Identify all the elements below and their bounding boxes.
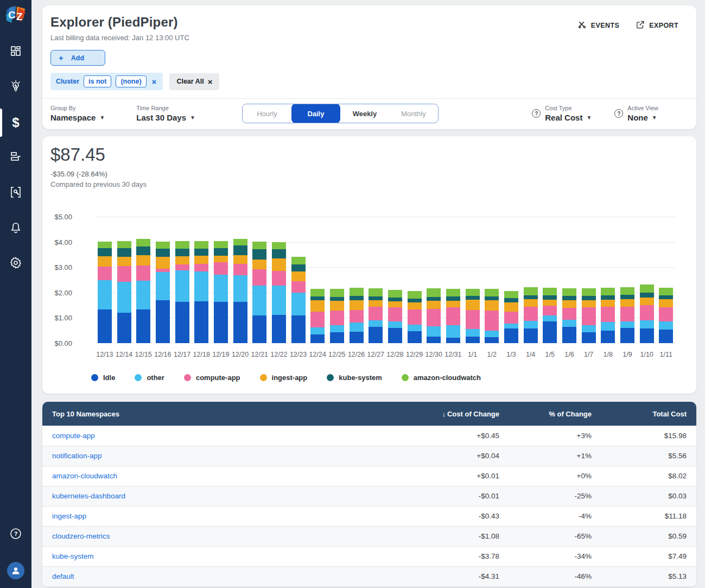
bar-segment-ingest-app[interactable]: [117, 257, 131, 267]
bar-segment-other[interactable]: [252, 286, 266, 316]
bar-segment-other[interactable]: [136, 281, 150, 309]
bar-segment-other[interactable]: [582, 325, 596, 333]
bar-segment-compute-app[interactable]: [117, 266, 131, 281]
bar-segment-compute-app[interactable]: [659, 307, 673, 321]
bar-segment-kube-system[interactable]: [562, 296, 576, 300]
namespace-link[interactable]: ingest-app: [52, 512, 86, 520]
stacked-bar-12-28[interactable]: [388, 290, 402, 343]
bar-segment-amazon-cloudwatch[interactable]: [252, 242, 266, 249]
bar-segment-compute-app[interactable]: [388, 307, 402, 321]
legend-item-compute-app[interactable]: compute-app: [184, 374, 240, 382]
time-range-dropdown[interactable]: Last 30 Days ▼: [136, 113, 195, 122]
bar-segment-other[interactable]: [117, 282, 131, 313]
bar-segment-compute-app[interactable]: [408, 309, 422, 325]
help-question-icon[interactable]: ?: [614, 109, 623, 118]
bar-segment-Idle[interactable]: [562, 327, 576, 343]
bar-segment-compute-app[interactable]: [524, 307, 538, 321]
bar-segment-Idle[interactable]: [369, 327, 383, 343]
bar-segment-compute-app[interactable]: [136, 265, 150, 281]
bar-segment-ingest-app[interactable]: [543, 300, 557, 306]
bar-segment-Idle[interactable]: [214, 302, 228, 343]
stacked-bar-12-23[interactable]: [291, 257, 306, 343]
filter-value[interactable]: (none): [116, 75, 146, 87]
bar-segment-ingest-app[interactable]: [446, 301, 460, 308]
bar-segment-other[interactable]: [291, 293, 306, 315]
bar-segment-amazon-cloudwatch[interactable]: [272, 242, 286, 249]
stacked-bar-12-29[interactable]: [408, 291, 422, 343]
bar-segment-Idle[interactable]: [310, 334, 325, 343]
bar-segment-ingest-app[interactable]: [310, 300, 325, 312]
bar-segment-ingest-app[interactable]: [98, 256, 112, 267]
bar-segment-Idle[interactable]: [98, 309, 112, 343]
bar-segment-amazon-cloudwatch[interactable]: [388, 290, 402, 298]
bar-segment-other[interactable]: [601, 322, 615, 330]
bar-segment-amazon-cloudwatch[interactable]: [485, 289, 499, 296]
stacked-bar-12-31[interactable]: [446, 289, 460, 343]
bar-segment-compute-app[interactable]: [252, 269, 266, 285]
bar-segment-Idle[interactable]: [175, 302, 189, 343]
namespace-link[interactable]: cloudzero-metrics: [52, 532, 110, 540]
bar-segment-compute-app[interactable]: [543, 306, 557, 315]
column-header-cost-of-change[interactable]: ↓Cost of Change: [371, 402, 509, 426]
stacked-bar-12-16[interactable]: [156, 242, 170, 343]
namespace-link[interactable]: notification-app: [52, 452, 102, 460]
bar-segment-amazon-cloudwatch[interactable]: [214, 241, 228, 248]
bar-segment-compute-app[interactable]: [291, 281, 306, 293]
bar-segment-other[interactable]: [310, 327, 325, 335]
stacked-bar-12-30[interactable]: [427, 288, 441, 343]
bar-segment-ingest-app[interactable]: [659, 299, 673, 307]
bar-segment-other[interactable]: [659, 321, 673, 329]
bar-segment-kube-system[interactable]: [408, 299, 422, 303]
bar-segment-amazon-cloudwatch[interactable]: [562, 288, 576, 296]
stacked-bar-12-21[interactable]: [252, 242, 266, 343]
bar-segment-Idle[interactable]: [252, 315, 266, 343]
bar-segment-ingest-app[interactable]: [524, 299, 538, 307]
bar-segment-amazon-cloudwatch[interactable]: [620, 287, 634, 295]
bar-segment-Idle[interactable]: [330, 332, 344, 343]
granularity-tab-monthly[interactable]: Monthly: [389, 104, 438, 123]
bar-segment-compute-app[interactable]: [504, 312, 518, 324]
bar-segment-amazon-cloudwatch[interactable]: [640, 284, 654, 293]
bar-segment-compute-app[interactable]: [601, 307, 615, 322]
bar-segment-compute-app[interactable]: [194, 264, 208, 271]
bar-segment-amazon-cloudwatch[interactable]: [117, 241, 131, 248]
column-header-pct-of-change[interactable]: % of Change: [509, 402, 601, 426]
remove-filter-icon[interactable]: ×: [151, 77, 158, 86]
stacked-bar-1-11[interactable]: [659, 288, 673, 343]
bar-segment-amazon-cloudwatch[interactable]: [427, 288, 441, 296]
bar-segment-Idle[interactable]: [272, 315, 286, 343]
stacked-bar-12-14[interactable]: [117, 241, 131, 343]
namespace-link[interactable]: compute-app: [52, 432, 95, 440]
sidebar-item-reports[interactable]: [0, 147, 31, 169]
stacked-bar-1-1[interactable]: [466, 289, 480, 343]
bar-segment-other[interactable]: [524, 321, 538, 328]
help-question-icon[interactable]: ?: [532, 109, 541, 118]
bar-segment-other[interactable]: [466, 329, 480, 337]
bar-segment-Idle[interactable]: [194, 301, 208, 343]
bar-segment-compute-app[interactable]: [214, 262, 228, 275]
granularity-tab-hourly[interactable]: Hourly: [243, 104, 291, 123]
bar-segment-other[interactable]: [562, 320, 576, 327]
bar-segment-ingest-app[interactable]: [330, 301, 344, 311]
bar-segment-compute-app[interactable]: [330, 311, 344, 325]
stacked-bar-12-27[interactable]: [369, 288, 383, 343]
namespace-link[interactable]: kubernetes-dashboard: [52, 492, 125, 500]
sidebar-item-costs[interactable]: $: [0, 112, 31, 134]
bar-segment-amazon-cloudwatch[interactable]: [524, 287, 538, 295]
stacked-bar-12-17[interactable]: [175, 241, 189, 343]
sidebar-item-insights[interactable]: [0, 77, 31, 98]
stacked-bar-1-9[interactable]: [620, 287, 634, 343]
bar-segment-kube-system[interactable]: [175, 249, 189, 256]
bar-segment-kube-system[interactable]: [350, 296, 364, 300]
bar-segment-amazon-cloudwatch[interactable]: [291, 257, 306, 264]
bar-segment-other[interactable]: [620, 321, 634, 327]
export-button[interactable]: EXPORT: [636, 20, 678, 31]
bar-segment-kube-system[interactable]: [310, 296, 325, 301]
bar-segment-other[interactable]: [233, 275, 247, 302]
stacked-bar-1-8[interactable]: [601, 288, 615, 343]
bar-segment-compute-app[interactable]: [446, 307, 460, 325]
add-filter-button[interactable]: + Add: [50, 50, 105, 66]
bar-segment-compute-app[interactable]: [175, 264, 189, 271]
bar-segment-other[interactable]: [427, 326, 441, 337]
bar-segment-kube-system[interactable]: [136, 246, 150, 256]
